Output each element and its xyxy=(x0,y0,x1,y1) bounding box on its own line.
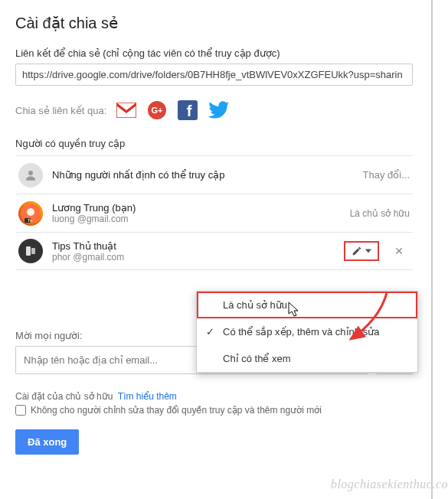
owner-settings-text: Cài đặt của chủ sở hữu xyxy=(15,391,113,402)
access-summary-row: Những người nhất định có thể truy cập Th… xyxy=(15,155,413,194)
owner-email: luong @gmail.com xyxy=(52,214,341,224)
access-header: Người có quyền truy cập xyxy=(15,138,413,149)
page-title: Cài đặt chia sẻ xyxy=(15,14,413,32)
owner-settings: Cài đặt của chủ sở hữu Tìm hiểu thêm Khô… xyxy=(15,391,413,416)
access-user-row: Tips Thủ thuật phor @gmail.com × xyxy=(15,232,413,270)
permission-dropdown-button[interactable] xyxy=(344,241,379,261)
prevent-editors-checkbox[interactable] xyxy=(15,405,26,416)
access-owner-row: To Lương Trung (bạn) luong @gmail.com Là… xyxy=(15,194,413,232)
gmail-icon[interactable] xyxy=(116,99,137,121)
user-avatar xyxy=(18,239,43,263)
svg-text:To: To xyxy=(28,218,32,223)
svg-text:f: f xyxy=(187,103,192,119)
user-name: Tips Thủ thuật xyxy=(52,240,335,252)
google-plus-icon[interactable]: G+ xyxy=(146,99,168,121)
prevent-editors-label: Không cho người chỉnh sửa thay đổi quyền… xyxy=(31,405,322,416)
link-share-label: Liên kết để chia sẻ (chỉ cộng tác viên c… xyxy=(15,47,413,59)
facebook-icon[interactable]: f xyxy=(177,99,198,121)
twitter-icon[interactable] xyxy=(208,99,229,121)
svg-point-5 xyxy=(28,171,33,175)
access-summary-text: Những người nhất định có thể truy cập xyxy=(52,169,354,181)
access-list: Những người nhất định có thể truy cập Th… xyxy=(15,155,413,270)
svg-text:G+: G+ xyxy=(152,106,163,115)
share-via-label: Chia sẻ liên kết qua: xyxy=(15,105,106,116)
owner-role-label: Là chủ sở hữu xyxy=(350,208,410,219)
svg-rect-0 xyxy=(116,103,136,118)
owner-name: Lương Trung (bạn) xyxy=(52,202,341,214)
svg-rect-11 xyxy=(31,248,35,254)
dropdown-item-owner[interactable]: Là chủ sở hữu xyxy=(197,292,417,318)
caret-down-icon xyxy=(365,248,371,254)
pencil-icon xyxy=(352,246,362,256)
learn-more-link[interactable]: Tìm hiểu thêm xyxy=(118,391,177,402)
generic-user-icon xyxy=(18,163,43,188)
dropdown-item-view[interactable]: Chỉ có thể xem xyxy=(197,345,417,372)
watermark: blogchiasekienthuc.co xyxy=(331,478,448,491)
permission-dropdown-menu: Là chủ sở hữu Có thể sắp xếp, thêm và ch… xyxy=(196,291,418,373)
owner-avatar: To xyxy=(18,201,43,226)
dropdown-item-edit[interactable]: Có thể sắp xếp, thêm và chỉnh sửa xyxy=(197,318,417,345)
share-link-input[interactable] xyxy=(15,64,413,86)
change-access-link[interactable]: Thay đổi... xyxy=(363,169,410,181)
svg-point-7 xyxy=(27,208,34,216)
user-email: phor @gmail.com xyxy=(52,252,335,263)
done-button[interactable]: Đã xong xyxy=(15,429,79,455)
remove-user-button[interactable]: × xyxy=(388,240,410,262)
svg-rect-10 xyxy=(26,246,31,256)
share-link-via: Chia sẻ liên kết qua: G+ f xyxy=(15,99,413,121)
sharing-settings-dialog: Cài đặt chia sẻ Liên kết để chia sẻ (chỉ… xyxy=(0,0,433,499)
